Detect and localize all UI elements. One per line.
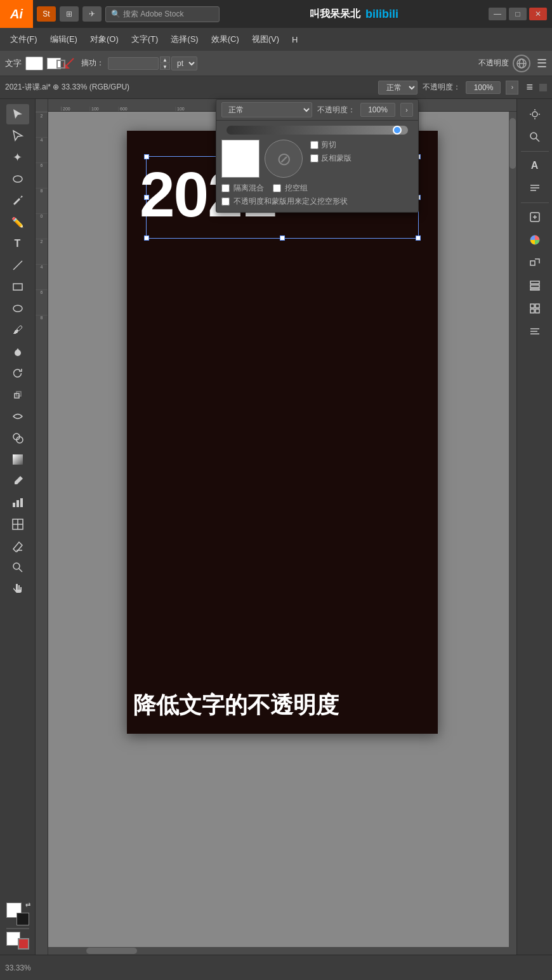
st-icon[interactable]: St (37, 6, 56, 22)
direct-selection-tool[interactable] (6, 126, 29, 146)
svg-rect-16 (16, 500, 19, 507)
svg-rect-14 (13, 454, 23, 465)
tp-define-checkbox[interactable] (221, 197, 230, 206)
align-panel-icon[interactable] (523, 321, 546, 341)
ellipse-tool[interactable] (6, 298, 29, 319)
scale-tool[interactable] (6, 385, 29, 405)
scrollbar-thumb-h[interactable] (86, 948, 137, 954)
color-panel-icon[interactable] (523, 230, 546, 250)
menu-select[interactable]: 选择(S) (166, 31, 203, 48)
expand-input[interactable] (108, 57, 159, 70)
tp-knockout-checkbox[interactable] (273, 184, 281, 192)
selection-handle-bl[interactable] (144, 235, 149, 241)
fg-bg-color-switcher[interactable]: ⇄ (6, 903, 29, 925)
expand-down-button[interactable]: ▼ (160, 63, 170, 70)
menu-type[interactable]: 文字(T) (126, 31, 164, 48)
menu-help[interactable]: H (287, 32, 303, 47)
selection-tool[interactable] (6, 104, 29, 124)
global-icon[interactable] (513, 55, 530, 72)
tool-divider (6, 928, 29, 929)
tp-isolate-checkbox[interactable] (221, 184, 230, 192)
type-tool[interactable]: T (6, 234, 29, 254)
svg-rect-36 (530, 261, 535, 265)
stroke-color-swatch[interactable] (47, 58, 61, 69)
rectangle-tool[interactable] (6, 277, 29, 297)
background-color[interactable] (16, 913, 29, 925)
canvas-scrollbar-h[interactable] (48, 947, 509, 955)
swap-colors-icon[interactable]: ⇄ (25, 901, 30, 908)
menu-object[interactable]: 对象(O) (85, 31, 124, 48)
search-placeholder: 搜索 Adobe Stock (123, 9, 183, 20)
menu-lines-icon[interactable]: ☰ (537, 56, 547, 70)
tp-invert-checkbox[interactable] (310, 154, 319, 162)
tp-knockout-label: 挖空组 (285, 183, 308, 194)
collapse-panel-icon[interactable] (539, 84, 547, 91)
layers-panel-icon[interactable] (523, 275, 546, 296)
stroke-indicator[interactable] (18, 938, 29, 950)
width-tool[interactable] (6, 406, 29, 427)
opacity-input[interactable] (466, 81, 501, 94)
menu-file[interactable]: 文件(F) (5, 31, 43, 48)
sun-properties-icon[interactable] (523, 104, 546, 124)
close-button[interactable]: ✕ (529, 8, 547, 20)
line-tool[interactable] (6, 255, 29, 275)
expand-unit-select[interactable]: pt (171, 56, 197, 70)
search-library-icon[interactable] (523, 127, 546, 147)
transform-panel-icon[interactable] (523, 253, 546, 273)
graph-tool[interactable] (6, 493, 29, 513)
grid-icon[interactable]: ⊞ (60, 6, 79, 22)
blend-mode-dropdown[interactable]: 正常 溶解 变暗 正片叠底 (221, 102, 312, 117)
menu-view[interactable]: 视图(V) (247, 31, 284, 48)
paintbrush-tool[interactable]: 🖌 (6, 320, 29, 340)
artboard-panel-icon[interactable] (523, 298, 546, 319)
statusbar: 33.33% (0, 955, 552, 980)
selection-handle-bc[interactable] (280, 235, 285, 241)
type-panel-icon[interactable]: A (523, 156, 546, 176)
pencil-tool[interactable]: ✏️ (6, 212, 29, 232)
blob-brush-tool[interactable] (6, 341, 29, 362)
selection-handle-br[interactable] (416, 235, 421, 241)
shape-builder-tool[interactable] (6, 428, 29, 448)
panel-menu-icon[interactable]: ≡ (526, 81, 533, 94)
scrollbar-thumb[interactable] (509, 118, 516, 169)
tp-no-mask-icon[interactable]: ⊘ (265, 140, 303, 178)
svg-rect-41 (536, 304, 539, 308)
paragraph-panel-icon[interactable] (523, 178, 546, 199)
svg-rect-7 (13, 284, 22, 290)
hand-tool[interactable] (6, 579, 29, 599)
gradient-tool[interactable] (6, 449, 29, 470)
minimize-button[interactable]: — (489, 8, 506, 20)
eyedropper-tool[interactable] (6, 471, 29, 491)
tp-body: ⊘ 剪切 反相蒙版 隔离混合 挖空组 不透 (216, 121, 418, 212)
expand-up-button[interactable]: ▲ (160, 56, 170, 63)
slice-tool[interactable] (6, 514, 29, 534)
zoom-tool[interactable] (6, 557, 29, 578)
tp-slider-thumb[interactable] (393, 126, 402, 135)
opacity-expand-button[interactable]: › (506, 81, 518, 95)
toolbar: 文字 摘功： ▲ ▼ pt 不透明度 ☰ (0, 51, 552, 76)
svg-rect-42 (530, 309, 534, 313)
maximize-button[interactable]: □ (509, 8, 527, 20)
tp-white-swatch[interactable] (221, 140, 260, 178)
svg-point-22 (13, 563, 20, 569)
eraser-tool[interactable] (6, 536, 29, 556)
bilibili-logo: bilibili (365, 8, 398, 21)
linked-file-icon[interactable] (523, 207, 546, 227)
blend-mode-select[interactable]: 正常 (378, 81, 417, 95)
tp-opacity-slider[interactable] (227, 126, 408, 135)
search-box[interactable]: 🔍 搜索 Adobe Stock (105, 6, 220, 22)
menu-edit[interactable]: 编辑(E) (45, 31, 82, 48)
menu-effect[interactable]: 效果(C) (206, 31, 244, 48)
tp-opacity-input[interactable] (360, 103, 395, 117)
rotate-tool[interactable] (6, 363, 29, 383)
plane-icon[interactable]: ✈ (82, 6, 102, 22)
magic-wand-tool[interactable]: ✦ (6, 147, 29, 168)
pen-tool[interactable] (6, 190, 29, 211)
fill-color-swatch[interactable] (25, 56, 43, 70)
tp-opacity-label: 不透明度： (317, 105, 355, 116)
tp-opacity-expand-button[interactable]: › (400, 103, 413, 117)
canvas-scrollbar[interactable] (509, 112, 516, 955)
tp-clip-checkbox[interactable] (310, 141, 319, 149)
canvas-area: 2 4 6 8 0 2 4 6 8 200 100 600 100 (36, 99, 516, 955)
lasso-tool[interactable] (6, 169, 29, 189)
